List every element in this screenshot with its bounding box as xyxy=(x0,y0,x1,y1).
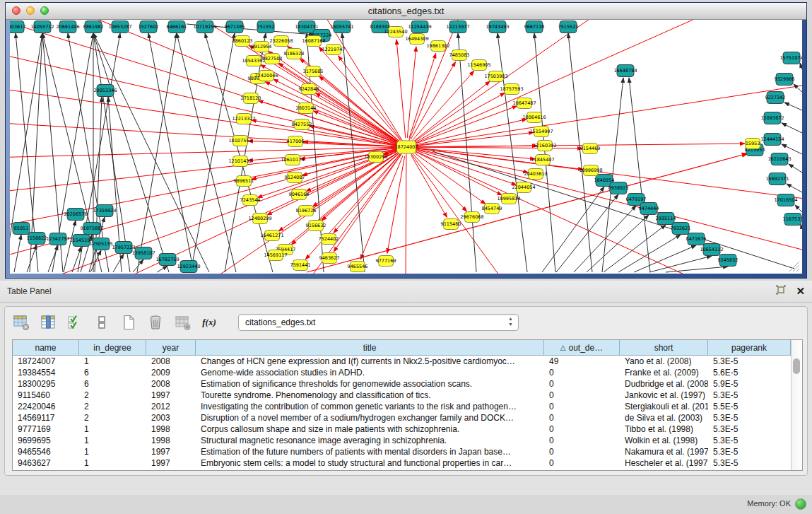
table-vertical-scrollbar[interactable] xyxy=(791,340,802,470)
graph-node-9046164[interactable]: 9046164 xyxy=(289,189,310,200)
graph-node-15692371[interactable]: 15692371 xyxy=(765,173,789,185)
cell-title[interactable]: Genome-wide association studies in ADHD. xyxy=(196,367,544,378)
cell-in_degree[interactable]: 6 xyxy=(79,367,146,378)
cell-title[interactable]: Changes of HCN gene expression and I(f) … xyxy=(196,356,544,367)
graph-node-2303617[interactable]: 2303617 xyxy=(10,21,25,33)
graph-node-15751074[interactable]: 15751074 xyxy=(779,52,802,64)
graph-node-3175685[interactable]: 3175685 xyxy=(303,66,324,77)
cell-pagerank[interactable]: 5.3E-5 xyxy=(708,435,791,446)
graph-node-9227342[interactable]: 9227342 xyxy=(765,92,786,104)
cell-out_de[interactable]: 49 xyxy=(544,356,620,367)
cell-year[interactable]: 2008 xyxy=(146,356,196,367)
cell-in_degree[interactable]: 1 xyxy=(79,457,146,469)
cell-name[interactable]: 9699695 xyxy=(13,435,79,446)
graph-node-8471676[interactable]: 8471676 xyxy=(686,233,707,245)
select-columns-button[interactable] xyxy=(39,313,57,332)
cell-title[interactable]: Embryonic stem cells: a model to study s… xyxy=(196,457,544,469)
graph-node-1167533[interactable]: 1167533 xyxy=(783,214,802,226)
cell-in_degree[interactable]: 1 xyxy=(79,356,146,367)
graph-node-9465546[interactable]: 9465546 xyxy=(348,262,368,272)
graph-node-18724007[interactable]: 18724007 xyxy=(394,141,418,153)
graph-node-11546905[interactable]: 11546905 xyxy=(467,60,490,71)
cell-short[interactable]: Yano et al. (2008) xyxy=(620,356,708,367)
cell-pagerank[interactable]: 5.5E-5 xyxy=(708,401,791,412)
graph-node-14055712[interactable]: 14055712 xyxy=(30,21,54,33)
graph-node-8196726[interactable]: 8196726 xyxy=(296,206,317,216)
column-header-in_degree[interactable]: in_degree xyxy=(79,340,146,355)
table-row[interactable]: 969969511998Structural magnetic resonanc… xyxy=(13,435,791,446)
graph-node-12505135[interactable]: 12505135 xyxy=(89,238,112,250)
cell-name[interactable]: 19384554 xyxy=(13,367,79,378)
graph-node-7524402[interactable]: 7524402 xyxy=(319,234,339,245)
cell-in_degree[interactable]: 1 xyxy=(79,424,146,435)
graph-node-9154469[interactable]: 9154469 xyxy=(580,144,601,154)
float-panel-button[interactable] xyxy=(776,285,786,297)
graph-node-12219747[interactable]: 12219747 xyxy=(322,45,345,55)
graph-node-12160392[interactable]: 12160392 xyxy=(533,141,556,151)
graph-node-10719155[interactable]: 10719155 xyxy=(193,21,216,33)
column-header-pagerank[interactable]: pagerank xyxy=(708,340,791,355)
graph-node-9156632[interactable]: 9156632 xyxy=(306,221,326,231)
cell-year[interactable]: 2012 xyxy=(146,401,196,412)
graph-node-17016504[interactable]: 17016504 xyxy=(774,194,797,206)
cell-out_de[interactable]: 0 xyxy=(544,367,620,378)
cell-pagerank[interactable]: 5.3E-5 xyxy=(708,424,791,435)
cell-year[interactable]: 2009 xyxy=(146,367,196,378)
citation-network-graph[interactable]: 2303617140557122069140688619821065328715… xyxy=(10,20,802,274)
cell-year[interactable]: 1998 xyxy=(146,435,196,446)
delete-table-button[interactable] xyxy=(173,313,192,332)
graph-node-9115460[interactable]: 9115460 xyxy=(441,219,461,230)
graph-node-9124087[interactable]: 9124087 xyxy=(285,173,305,183)
graph-node-16055741[interactable]: 16055741 xyxy=(330,21,353,33)
graph-node-1156822[interactable]: 1156822 xyxy=(27,233,47,245)
cell-out_de[interactable]: 0 xyxy=(544,457,620,469)
graph-node-9463627[interactable]: 9463627 xyxy=(319,253,340,264)
row-height-button[interactable] xyxy=(93,313,111,332)
table-row[interactable]: 977716911998Corpus callosum shape and si… xyxy=(13,424,791,435)
graph-node-12213977[interactable]: 12213977 xyxy=(446,21,469,33)
graph-node-18757593[interactable]: 18757593 xyxy=(500,84,523,95)
manage-columns-button[interactable] xyxy=(12,313,30,332)
graph-node-10647487[interactable]: 10647487 xyxy=(512,98,536,109)
cell-pagerank[interactable]: 5.3E-5 xyxy=(708,390,791,401)
graph-node-8454749[interactable]: 8454749 xyxy=(482,204,502,214)
cell-pagerank[interactable]: 5.9E-5 xyxy=(708,378,791,390)
graph-node-18995834[interactable]: 18995834 xyxy=(497,194,520,204)
cell-pagerank[interactable]: 5.3E-5 xyxy=(708,412,791,424)
cell-year[interactable]: 1997 xyxy=(146,446,196,457)
cell-pagerank[interactable]: 5.3E-5 xyxy=(708,457,791,469)
cell-short[interactable]: Franke et al. (2009) xyxy=(620,367,708,378)
graph-node-8427552[interactable]: 8427552 xyxy=(292,119,312,130)
cell-short[interactable]: Stergiakouli et al. (2012) xyxy=(620,401,708,412)
graph-node-16461271[interactable]: 16461271 xyxy=(260,230,283,241)
graph-node-20403610[interactable]: 20403610 xyxy=(524,169,547,180)
cell-short[interactable]: Wolkin et al. (1998) xyxy=(620,435,708,446)
column-header-name[interactable]: name xyxy=(13,340,79,355)
graph-node-91975887[interactable]: 91975887 xyxy=(80,223,103,235)
cell-name[interactable]: 9465546 xyxy=(13,446,79,457)
graph-node-9671385[interactable]: 9671385 xyxy=(225,21,245,33)
graph-node-16648784[interactable]: 16648784 xyxy=(613,65,637,77)
graph-node-12444154[interactable]: 12444154 xyxy=(760,134,784,146)
graph-node-23226058[interactable]: 23226058 xyxy=(269,36,293,47)
table-row[interactable]: 1872400712008Changes of HCN gene express… xyxy=(13,356,791,367)
graph-node-20206576[interactable]: 20206576 xyxy=(64,209,87,221)
graph-node-9896511[interactable]: 9896511 xyxy=(234,176,254,187)
cell-name[interactable]: 18724007 xyxy=(13,356,79,367)
cell-name[interactable]: 18300295 xyxy=(13,378,79,390)
cell-year[interactable]: 1997 xyxy=(146,390,196,401)
column-header-year[interactable]: year xyxy=(146,340,196,355)
scrollbar-thumb[interactable] xyxy=(793,358,800,374)
cell-pagerank[interactable]: 5.6E-5 xyxy=(708,367,791,378)
network-canvas[interactable]: 2303617140557122069140688619821065328715… xyxy=(10,20,802,274)
graph-node-9667138[interactable]: 9667138 xyxy=(524,21,545,33)
graph-node-7515522[interactable]: 7515522 xyxy=(558,21,579,33)
graph-node-8186328[interactable]: 8186328 xyxy=(284,49,305,59)
graph-node-1527602[interactable]: 1527602 xyxy=(139,21,159,33)
cell-name[interactable]: 9115460 xyxy=(13,390,79,401)
cell-year[interactable]: 1998 xyxy=(146,424,196,435)
cell-name[interactable]: 14569117 xyxy=(13,412,79,424)
graph-node-9474444[interactable]: 9474444 xyxy=(639,203,659,215)
cell-year[interactable]: 1997 xyxy=(146,457,196,469)
resize-grip-icon[interactable] xyxy=(789,262,799,271)
